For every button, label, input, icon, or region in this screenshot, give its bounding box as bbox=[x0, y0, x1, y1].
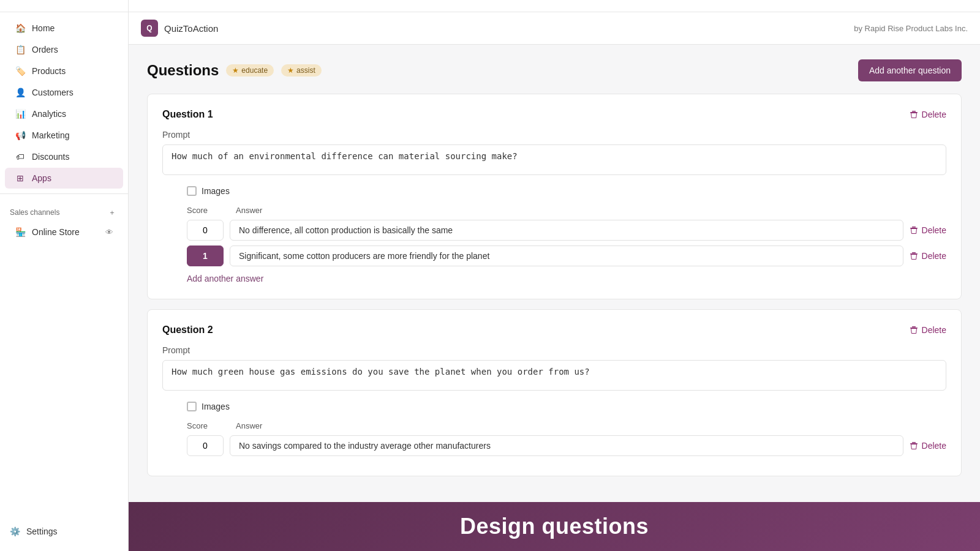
svg-rect-7 bbox=[912, 326, 916, 328]
apps-icon: ⊞ bbox=[15, 173, 26, 184]
add-answer-link-q1[interactable]: Add another answer bbox=[187, 274, 263, 283]
add-sales-channel-button[interactable]: ＋ bbox=[106, 206, 118, 219]
sidebar-item-orders[interactable]: 📋 Orders bbox=[5, 39, 123, 60]
marketing-icon: 📢 bbox=[15, 130, 26, 141]
badge-assist-label: assist bbox=[296, 66, 315, 75]
sidebar-label-settings: Settings bbox=[26, 527, 58, 536]
answer-row-q1-2: Delete bbox=[187, 246, 946, 266]
sidebar-item-analytics[interactable]: 📊 Analytics bbox=[5, 103, 123, 124]
answer-row-q2-1: Delete bbox=[187, 435, 946, 456]
home-icon: 🏠 bbox=[15, 23, 26, 34]
delete-question-2-button[interactable]: Delete bbox=[910, 325, 946, 335]
educate-star-icon: ★ bbox=[232, 66, 239, 75]
bottom-banner-text: Design questions bbox=[460, 514, 649, 539]
add-question-button[interactable]: Add another question bbox=[858, 59, 962, 81]
store-icon: 🏪 bbox=[15, 227, 26, 238]
top-bar bbox=[0, 0, 980, 12]
sidebar-divider bbox=[0, 193, 128, 194]
svg-rect-3 bbox=[912, 227, 916, 228]
badge-educate: ★ educate bbox=[226, 64, 274, 77]
svg-rect-1 bbox=[912, 111, 916, 112]
question-2-title: Question 2 bbox=[162, 324, 213, 335]
app-header-left: Q QuizToAction bbox=[141, 20, 218, 37]
score-input-q2-1[interactable] bbox=[187, 435, 224, 456]
sidebar: 🏠 Home 📋 Orders 🏷️ Products 👤 Customers … bbox=[0, 12, 129, 551]
products-icon: 🏷️ bbox=[15, 66, 26, 77]
images-checkbox-row-q2: Images bbox=[187, 402, 946, 411]
settings-icon: ⚙️ bbox=[10, 527, 20, 536]
prompt-input-q1[interactable] bbox=[162, 144, 946, 175]
question-1-header: Question 1 Delete bbox=[162, 109, 946, 120]
sales-channels-label: Sales channels bbox=[10, 208, 59, 217]
sidebar-bottom: ⚙️ Settings bbox=[0, 517, 128, 546]
delete-answer-q1-1-button[interactable]: Delete bbox=[910, 225, 946, 235]
question-1-title: Question 1 bbox=[162, 109, 213, 120]
sidebar-item-discounts[interactable]: 🏷 Discounts bbox=[5, 146, 123, 167]
orders-icon: 📋 bbox=[15, 44, 26, 55]
store-visibility-icon[interactable]: 👁 bbox=[105, 228, 113, 237]
sidebar-label-orders: Orders bbox=[32, 45, 58, 54]
sidebar-label-discounts: Discounts bbox=[32, 152, 69, 162]
delete-answer-q2-1-button[interactable]: Delete bbox=[910, 441, 946, 451]
app-name: QuizToAction bbox=[164, 23, 218, 34]
images-label-q2: Images bbox=[202, 402, 230, 411]
sidebar-label-online-store: Online Store bbox=[32, 227, 80, 237]
assist-star-icon: ★ bbox=[287, 66, 294, 75]
sidebar-item-apps[interactable]: ⊞ Apps bbox=[5, 168, 123, 189]
top-bar-left bbox=[0, 0, 129, 12]
page-title-row: Questions ★ educate ★ assist bbox=[147, 62, 322, 79]
sales-channels-section: Sales channels ＋ bbox=[0, 199, 128, 221]
images-checkbox-row-q1: Images bbox=[187, 186, 946, 196]
sidebar-label-home: Home bbox=[32, 23, 55, 33]
sidebar-nav: 🏠 Home 📋 Orders 🏷️ Products 👤 Customers … bbox=[0, 17, 128, 517]
answers-section-q1: Score Answer Delete bbox=[187, 206, 946, 284]
analytics-icon: 📊 bbox=[15, 108, 26, 119]
answers-header-q2: Score Answer bbox=[187, 421, 946, 430]
score-col-header-q1: Score bbox=[187, 206, 236, 215]
prompt-label-q1: Prompt bbox=[162, 130, 946, 140]
page-title: Questions bbox=[147, 62, 219, 79]
badge-educate-label: educate bbox=[241, 66, 268, 75]
answer-row-q1-1: Delete bbox=[187, 220, 946, 241]
score-col-header-q2: Score bbox=[187, 421, 236, 430]
sidebar-label-products: Products bbox=[32, 66, 66, 76]
answer-input-q1-2[interactable] bbox=[230, 246, 903, 266]
trash-icon-a3 bbox=[910, 441, 918, 450]
app-by-text: by Rapid Rise Product Labs Inc. bbox=[854, 24, 968, 33]
trash-icon-q2 bbox=[910, 326, 918, 334]
main-layout: 🏠 Home 📋 Orders 🏷️ Products 👤 Customers … bbox=[0, 12, 980, 551]
question-2-header: Question 2 Delete bbox=[162, 324, 946, 335]
trash-icon-q1 bbox=[910, 110, 918, 119]
discounts-icon: 🏷 bbox=[15, 151, 26, 162]
answer-input-q1-1[interactable] bbox=[230, 220, 903, 241]
content-area: Questions ★ educate ★ assist Add another… bbox=[129, 45, 980, 502]
top-bar-right bbox=[129, 0, 980, 12]
delete-answer-q1-2-button[interactable]: Delete bbox=[910, 251, 946, 261]
images-checkbox-q2[interactable] bbox=[187, 402, 197, 411]
page-header: Questions ★ educate ★ assist Add another… bbox=[147, 59, 962, 81]
svg-rect-5 bbox=[912, 252, 916, 253]
score-input-q1-2[interactable] bbox=[187, 246, 224, 266]
svg-rect-9 bbox=[912, 442, 916, 443]
answer-col-header-q1: Answer bbox=[236, 206, 262, 215]
trash-icon-a1 bbox=[910, 226, 918, 234]
badge-assist: ★ assist bbox=[281, 64, 322, 77]
sidebar-item-home[interactable]: 🏠 Home bbox=[5, 18, 123, 39]
delete-q1-label: Delete bbox=[922, 110, 946, 119]
customers-icon: 👤 bbox=[15, 87, 26, 98]
trash-icon-a2 bbox=[910, 252, 918, 260]
answer-input-q2-1[interactable] bbox=[230, 435, 903, 456]
sidebar-item-customers[interactable]: 👤 Customers bbox=[5, 82, 123, 103]
delete-question-1-button[interactable]: Delete bbox=[910, 110, 946, 119]
sidebar-item-products[interactable]: 🏷️ Products bbox=[5, 61, 123, 81]
sidebar-item-online-store[interactable]: 🏪 Online Store 👁 bbox=[5, 222, 123, 242]
score-input-q1-1[interactable] bbox=[187, 220, 224, 241]
delete-q2-label: Delete bbox=[922, 325, 946, 335]
question-card-2: Question 2 Delete Prompt Images bbox=[147, 309, 962, 476]
prompt-label-q2: Prompt bbox=[162, 345, 946, 355]
app-logo-text: Q bbox=[146, 24, 152, 32]
sidebar-item-settings[interactable]: ⚙️ Settings bbox=[0, 522, 128, 541]
prompt-input-q2[interactable] bbox=[162, 360, 946, 391]
images-checkbox-q1[interactable] bbox=[187, 186, 197, 196]
sidebar-item-marketing[interactable]: 📢 Marketing bbox=[5, 125, 123, 146]
